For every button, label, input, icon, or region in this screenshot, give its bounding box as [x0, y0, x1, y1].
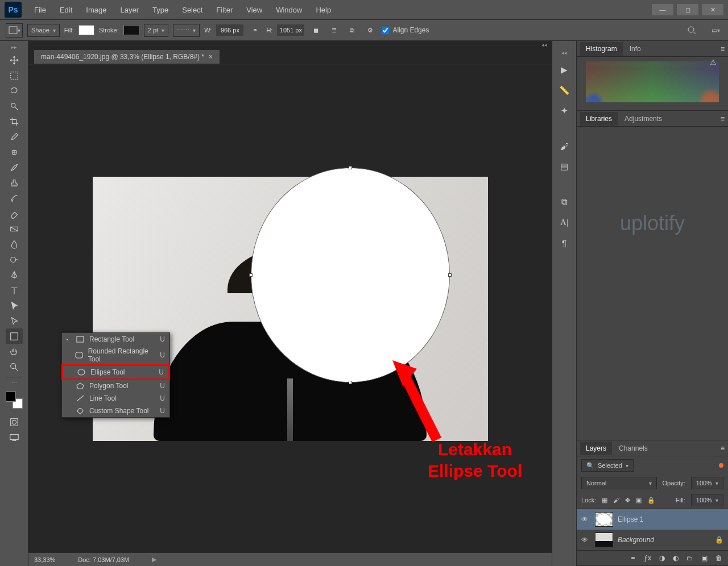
tab-libraries[interactable]: Libraries [580, 112, 618, 126]
arrange-icon[interactable]: ⧉ [345, 24, 359, 36]
zoom-tool[interactable] [6, 359, 23, 374]
ruler-icon[interactable]: 📏 [558, 84, 570, 97]
menu-window[interactable]: Window [269, 2, 309, 18]
move-tool[interactable] [6, 52, 23, 68]
lock-artboard-icon[interactable]: ▣ [636, 497, 642, 504]
blend-mode-select[interactable]: Normal▾ [581, 477, 657, 489]
clone-source-icon[interactable]: ⧉ [558, 195, 570, 208]
tab-layers[interactable]: Layers [580, 442, 612, 455]
close-button[interactable]: ✕ [702, 4, 723, 15]
fill-swatch[interactable] [78, 25, 94, 35]
marquee-tool[interactable] [6, 68, 23, 83]
play-icon[interactable]: ▶ [558, 64, 570, 76]
layer-filter-select[interactable]: 🔍Selected▾ [581, 459, 634, 472]
align-edges-input[interactable] [382, 27, 389, 34]
shape-tool[interactable] [6, 328, 23, 344]
handle-bottom[interactable] [349, 381, 352, 384]
layer-row-background[interactable]: 👁 Background 🔒 [577, 530, 728, 550]
status-zoom[interactable]: 33,33% [34, 556, 55, 563]
flyout-custom-shape-tool[interactable]: Custom Shape Tool U [62, 405, 169, 417]
shape-mode-select[interactable]: Shape▾ [27, 24, 60, 37]
direct-select-tool[interactable] [6, 313, 23, 328]
ellipse-shape-layer[interactable] [251, 168, 450, 382]
hand-tool[interactable] [6, 344, 23, 359]
fill-field[interactable]: 100%▾ [691, 494, 723, 506]
layer-fx-icon[interactable]: ƒx [644, 554, 651, 562]
menu-view[interactable]: View [239, 2, 269, 18]
filter-toggle-dot[interactable] [719, 463, 723, 468]
layer-name[interactable]: Ellipse 1 [618, 515, 643, 523]
opacity-field[interactable]: 100%▾ [691, 477, 723, 489]
gear-icon[interactable]: ⚙ [363, 24, 377, 36]
new-layer-icon[interactable]: ▣ [701, 554, 708, 562]
lock-all-icon[interactable]: 🔒 [647, 497, 655, 504]
warning-icon[interactable]: ⚠ [710, 58, 717, 66]
foreground-swatch[interactable] [6, 392, 16, 402]
search-icon[interactable] [685, 24, 698, 36]
tool-preset-picker[interactable]: ▾ [6, 23, 23, 38]
close-tab-icon[interactable]: × [209, 53, 213, 61]
minimize-button[interactable]: — [652, 4, 673, 15]
align-icon[interactable]: ≣ [327, 24, 341, 36]
tab-info[interactable]: Info [624, 42, 647, 56]
pathops-new-icon[interactable]: ◼ [309, 24, 322, 36]
maximize-button[interactable]: ◻ [677, 4, 698, 15]
handle-right[interactable] [448, 273, 452, 277]
stroke-width-select[interactable]: 2 pt▾ [144, 24, 168, 37]
flyout-rectangle-tool[interactable]: ▪ Rectangle Tool U [62, 333, 169, 346]
tab-adjustments[interactable]: Adjustments [619, 112, 668, 126]
align-edges-checkbox[interactable]: Align Edges [382, 26, 429, 34]
stroke-swatch[interactable] [123, 25, 139, 35]
pen-tool[interactable] [6, 267, 23, 282]
width-field[interactable]: 966 px [216, 24, 243, 36]
handle-top[interactable] [349, 166, 352, 169]
crop-tool[interactable] [6, 114, 23, 129]
adjustment-layer-icon[interactable]: ◐ [673, 554, 679, 562]
menu-select[interactable]: Select [175, 2, 209, 18]
character-icon-a[interactable]: A| [558, 216, 570, 228]
gradient-tool[interactable] [6, 221, 23, 236]
layer-row-ellipse[interactable]: 👁 Ellipse 1 [577, 509, 728, 530]
dodge-tool[interactable] [6, 252, 23, 267]
document-tab[interactable]: man-449406_1920.jpg @ 33,3% (Ellipse 1, … [34, 50, 220, 64]
height-field[interactable]: 1051 px [277, 24, 304, 36]
visibility-icon[interactable]: 👁 [581, 536, 590, 544]
stamp-tool[interactable] [6, 175, 23, 190]
link-layers-icon[interactable]: ⚭ [630, 554, 636, 562]
link-wh-icon[interactable]: ⚭ [248, 24, 262, 36]
brushes-icon[interactable]: 🖌 [558, 140, 570, 152]
flyout-rounded-rectangle-tool[interactable]: Rounded Rectangle Tool U [62, 346, 169, 365]
tab-histogram[interactable]: Histogram [580, 42, 623, 56]
eraser-tool[interactable] [6, 206, 23, 221]
menu-image[interactable]: Image [79, 2, 113, 18]
handle-left[interactable] [249, 273, 253, 277]
foreground-background-swatch[interactable] [6, 392, 23, 409]
flyout-ellipse-tool[interactable]: Ellipse Tool U [61, 364, 170, 380]
menu-filter[interactable]: Filter [209, 2, 239, 18]
tab-channels[interactable]: Channels [613, 442, 653, 455]
panel-menu-icon[interactable]: ≡ [721, 115, 725, 123]
healing-tool[interactable] [6, 144, 23, 160]
lock-position-icon[interactable]: ✥ [625, 497, 630, 504]
layer-mask-icon[interactable]: ◑ [659, 554, 665, 562]
menu-layer[interactable]: Layer [114, 2, 146, 18]
menu-file[interactable]: File [27, 2, 53, 18]
lock-transparent-icon[interactable]: ▦ [602, 497, 607, 504]
swatches-icon[interactable]: ▤ [558, 160, 570, 173]
brush-tool[interactable] [6, 160, 23, 175]
visibility-icon[interactable]: 👁 [581, 515, 590, 523]
eyedropper-tool[interactable] [6, 129, 23, 144]
layer-thumb[interactable] [595, 532, 613, 547]
lasso-tool[interactable] [6, 83, 23, 98]
history-brush-tool[interactable] [6, 190, 23, 206]
group-icon[interactable]: 🗀 [686, 554, 693, 562]
type-tool[interactable] [6, 282, 23, 298]
workspace-icon[interactable]: ▭▾ [709, 24, 722, 36]
navigator-icon[interactable]: ✦ [558, 105, 570, 117]
panel-menu-icon[interactable]: ≡ [721, 444, 725, 452]
menu-help[interactable]: Help [309, 2, 338, 18]
path-select-tool[interactable] [6, 298, 23, 313]
layer-name[interactable]: Background [618, 536, 654, 544]
menu-type[interactable]: Type [146, 2, 175, 18]
quickmask-tool[interactable] [6, 414, 23, 430]
